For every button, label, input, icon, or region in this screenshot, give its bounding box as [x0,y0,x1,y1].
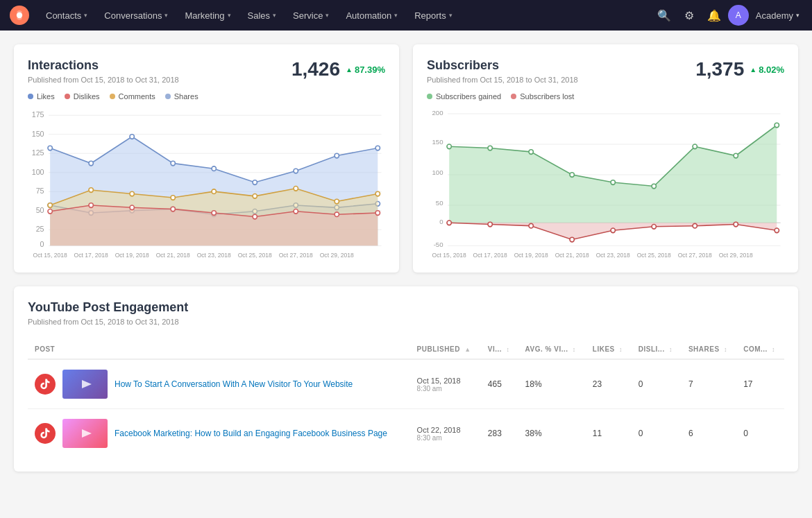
svg-text:150: 150 [32,130,44,138]
svg-point-81 [488,146,492,150]
svg-text:Oct 17, 2018: Oct 17, 2018 [74,252,108,259]
post-cell-1: Facebook Marketing: How to Build an Enga… [28,409,410,458]
nav-conversations[interactable]: Conversations ▾ [97,0,175,31]
svg-point-83 [570,173,574,178]
legend-shares: Shares [165,92,198,101]
svg-point-53 [212,211,216,216]
table-row: Facebook Marketing: How to Build an Enga… [28,409,784,458]
svg-text:175: 175 [32,110,44,119]
legend-comments: Comments [110,92,155,101]
chevron-down-icon: ▾ [325,12,329,19]
subscribers-chart: 200 150 100 50 0 -50 [427,106,784,259]
chevron-down-icon: ▾ [164,12,168,19]
svg-point-92 [529,223,533,228]
svg-point-95 [652,225,656,230]
svg-point-97 [734,222,738,227]
subscribers-title: Subscribers [427,58,578,73]
nav-reports[interactable]: Reports ▾ [407,0,459,31]
svg-point-56 [335,212,339,217]
sort-icon: ↕ [619,346,623,353]
svg-point-22 [171,161,175,166]
svg-point-91 [488,222,492,227]
col-comments[interactable]: COM... ↕ [736,340,784,359]
svg-point-94 [611,228,615,233]
col-shares[interactable]: SHARES ↕ [682,340,736,359]
svg-point-98 [775,228,779,233]
svg-text:Oct 27, 2018: Oct 27, 2018 [678,252,712,259]
nav-sales[interactable]: Sales ▾ [241,0,284,31]
col-dislikes[interactable]: DISLI... ↕ [632,340,682,359]
published-cell-0: Oct 15, 2018 8:30 am [410,359,481,409]
post-cell-0: How To Start A Conversation With A New V… [28,359,410,409]
likes-dot [28,94,33,99]
published-date: Oct 15, 2018 [417,377,474,385]
dislikes-cell-1: 0 [632,409,682,458]
avg-view-cell-1: 38% [518,409,586,458]
svg-point-24 [253,180,257,185]
svg-marker-109 [82,429,92,438]
chevron-down-icon: ▾ [394,12,398,19]
nav-service[interactable]: Service ▾ [286,0,336,31]
col-likes[interactable]: LIKES ↕ [586,340,632,359]
sort-icon: ↕ [506,346,509,353]
svg-text:Oct 29, 2018: Oct 29, 2018 [320,252,354,259]
chevron-down-icon: ▾ [449,12,452,19]
svg-point-55 [294,209,298,214]
notifications-icon[interactable]: 🔔 [703,4,725,26]
svg-text:50: 50 [36,206,44,214]
post-thumbnail [62,419,108,448]
svg-text:75: 75 [36,187,44,195]
post-title-link[interactable]: Facebook Marketing: How to Build an Enga… [115,429,387,438]
sort-icon: ↕ [724,346,727,353]
comments-cell-1: 0 [736,409,784,458]
svg-point-54 [253,214,257,219]
svg-point-27 [375,146,380,150]
svg-point-41 [130,191,134,196]
subscribers-metric: 1,375 ▲ 8.02% [695,58,784,80]
sort-icon: ↕ [573,346,576,353]
platform-icon [35,374,56,395]
svg-point-40 [89,188,93,193]
col-avg-view[interactable]: AVG. % VI... ↕ [518,340,586,359]
svg-text:200: 200 [432,109,444,116]
youtube-subtitle: Published from Oct 15, 2018 to Oct 31, 2… [28,318,784,326]
avatar[interactable]: A [728,5,749,26]
svg-point-45 [294,187,298,191]
search-icon[interactable]: 🔍 [653,4,675,26]
nav-automation[interactable]: Automation ▾ [339,0,405,31]
legend-gained: Subscribers gained [427,92,501,101]
nav-contacts[interactable]: Contacts ▾ [39,0,94,31]
svg-text:100: 100 [432,169,444,176]
subscribers-legend: Subscribers gained Subscribers lost [427,92,784,101]
svg-point-39 [48,203,52,208]
sort-icon: ↕ [772,346,775,353]
nav-marketing[interactable]: Marketing ▾ [178,0,237,31]
views-cell-0: 465 [481,359,518,409]
svg-marker-79 [449,126,777,223]
main-content: Interactions Published from Oct 15, 2018… [0,31,812,485]
platform-icon [35,423,56,444]
sort-icon: ▲ [464,346,471,353]
svg-point-50 [89,203,93,208]
col-published[interactable]: PUBLISHED ▲ [410,340,481,359]
svg-point-46 [335,199,339,204]
settings-icon[interactable]: ⚙ [678,4,700,26]
svg-marker-108 [82,380,92,388]
svg-point-20 [89,161,93,166]
svg-text:25: 25 [36,225,44,233]
views-cell-1: 283 [481,409,518,458]
svg-point-51 [130,205,134,210]
comments-cell-0: 17 [736,359,784,409]
post-title-link[interactable]: How To Start A Conversation With A New V… [115,379,353,389]
up-arrow-icon: ▲ [346,66,353,74]
hubspot-logo[interactable] [8,4,31,26]
col-views[interactable]: VI... ↕ [481,340,518,359]
svg-point-84 [611,180,615,185]
metrics-cards-row: Interactions Published from Oct 15, 2018… [14,44,798,273]
svg-point-90 [447,221,451,225]
account-menu[interactable]: Academy ▾ [752,10,804,21]
svg-point-25 [294,169,298,173]
gained-dot [427,94,432,99]
avg-view-cell-0: 18% [518,359,586,409]
svg-text:0: 0 [40,240,44,248]
